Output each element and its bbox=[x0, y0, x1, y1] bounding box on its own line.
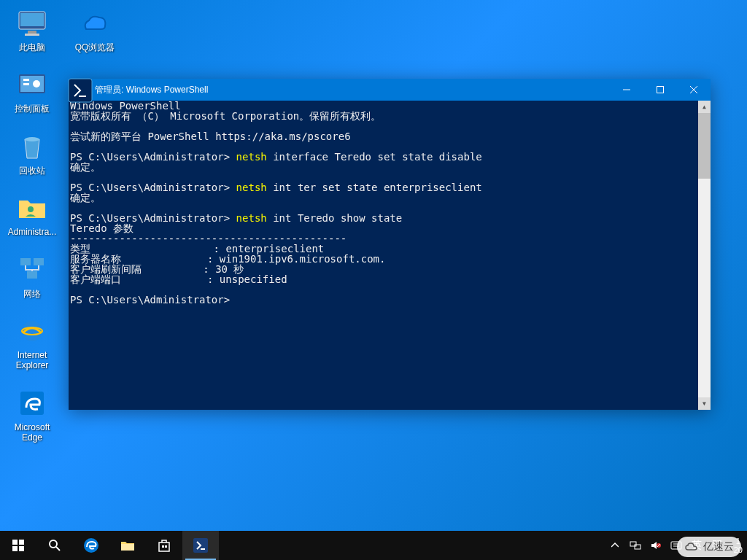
svg-rect-6 bbox=[23, 79, 29, 81]
desktop-icon-internet-explorer[interactable]: Internet Explorer bbox=[3, 311, 61, 374]
powershell-icon bbox=[193, 537, 209, 553]
svg-rect-39 bbox=[635, 545, 640, 549]
taskbar: 英 羿 1 20 bbox=[0, 531, 747, 560]
desktop-icon-this-pc[interactable]: 此电脑 bbox=[3, 3, 61, 55]
ps-prompt: PS C:\Users\Administrator> bbox=[70, 294, 230, 306]
file-explorer-icon bbox=[120, 537, 136, 553]
svg-rect-11 bbox=[20, 258, 31, 265]
svg-rect-34 bbox=[162, 545, 164, 548]
cmd-keyword: netsh bbox=[236, 182, 267, 193]
scroll-track[interactable] bbox=[698, 113, 711, 397]
desktop-icon-label: 此电脑 bbox=[19, 42, 45, 52]
start-button[interactable] bbox=[0, 531, 36, 560]
svg-rect-12 bbox=[34, 258, 44, 265]
terminal-body[interactable]: Windows PowerShell 宽带版权所有 （C） Microsoft … bbox=[69, 101, 711, 410]
svg-point-9 bbox=[25, 137, 39, 141]
desktop-icon-label: 网络 bbox=[23, 289, 41, 299]
svg-rect-26 bbox=[19, 540, 24, 545]
svg-rect-1 bbox=[20, 13, 44, 26]
cmd-keyword: netsh bbox=[236, 151, 267, 163]
desktop-icon-recycle-bin[interactable]: 回收站 bbox=[3, 126, 61, 179]
desktop-icon-label: QQ浏览器 bbox=[75, 42, 115, 52]
titlebar[interactable]: 管理员: Windows PowerShell bbox=[69, 79, 711, 101]
close-button[interactable] bbox=[677, 79, 711, 101]
taskbar-store[interactable] bbox=[146, 531, 182, 560]
desktop-icon-control-panel[interactable]: 控制面板 bbox=[3, 64, 61, 117]
svg-rect-2 bbox=[28, 31, 36, 34]
powershell-window: 管理员: Windows PowerShell Windows PowerShe… bbox=[69, 79, 711, 410]
svg-rect-38 bbox=[630, 542, 636, 546]
cmd-args: int Teredo show state bbox=[267, 212, 402, 224]
cmd-args: int ter set state enterpriseclient bbox=[267, 182, 482, 193]
edge-icon bbox=[82, 537, 100, 554]
minimize-button[interactable] bbox=[610, 79, 643, 101]
tray-volume-icon[interactable] bbox=[648, 531, 664, 560]
tray-network-icon[interactable] bbox=[627, 531, 643, 560]
search-icon bbox=[48, 539, 61, 552]
scroll-up-button[interactable]: ▲ bbox=[698, 101, 711, 113]
svg-rect-27 bbox=[12, 546, 18, 551]
powershell-app-icon bbox=[67, 77, 93, 104]
desktop-icon-label: Internet Explorer bbox=[3, 350, 61, 371]
svg-rect-13 bbox=[27, 271, 37, 279]
svg-point-10 bbox=[28, 206, 34, 212]
maximize-button[interactable] bbox=[643, 79, 677, 101]
taskbar-file-explorer[interactable] bbox=[109, 531, 146, 560]
svg-rect-32 bbox=[121, 544, 134, 551]
watermark-text: 亿速云 bbox=[703, 540, 734, 553]
cmd-output: 确定。 bbox=[70, 192, 101, 203]
recycle-bin-icon bbox=[15, 129, 50, 164]
svg-line-30 bbox=[56, 547, 60, 551]
control-panel-icon bbox=[15, 67, 50, 102]
svg-rect-3 bbox=[25, 34, 39, 36]
teredo-val: : unspecified bbox=[207, 273, 287, 285]
edge-icon bbox=[15, 386, 50, 421]
scroll-thumb[interactable] bbox=[698, 113, 711, 179]
ps-copyright: 宽带版权所有 （C） Microsoft Corporation。保留所有权利。 bbox=[70, 110, 381, 122]
desktop-icon-qq-browser[interactable]: QQ浏览器 bbox=[66, 3, 124, 55]
desktop-icon-edge[interactable]: Microsoft Edge bbox=[3, 383, 61, 446]
desktop-icon-network[interactable]: 网络 bbox=[3, 249, 61, 302]
cmd-output: 确定。 bbox=[70, 161, 101, 173]
desktop-icon-label: Microsoft Edge bbox=[3, 422, 61, 443]
taskbar-edge[interactable] bbox=[73, 531, 109, 560]
window-title: 管理员: Windows PowerShell bbox=[95, 84, 610, 96]
svg-point-8 bbox=[33, 80, 40, 88]
terminal-scrollbar[interactable]: ▲ ▼ bbox=[698, 101, 711, 410]
ps-tip: 尝试新的跨平台 PowerShell https://aka.ms/pscore… bbox=[70, 131, 351, 142]
pc-icon bbox=[15, 6, 50, 41]
watermark: 亿速云 bbox=[677, 537, 741, 557]
qq-browser-icon bbox=[77, 6, 112, 41]
svg-rect-35 bbox=[165, 545, 167, 548]
windows-logo-icon bbox=[12, 540, 24, 551]
desktop-icon-label: Administra... bbox=[8, 227, 57, 237]
network-icon bbox=[15, 252, 50, 287]
cmd-args: interface Teredo set state disable bbox=[267, 151, 482, 163]
taskbar-powershell[interactable] bbox=[182, 531, 219, 560]
desktop-icon-label: 控制面板 bbox=[15, 104, 50, 114]
search-button[interactable] bbox=[36, 531, 73, 560]
svg-rect-25 bbox=[12, 540, 18, 545]
tray-overflow[interactable] bbox=[607, 531, 623, 560]
desktop-icon-label: 回收站 bbox=[19, 166, 45, 176]
ie-icon bbox=[15, 314, 50, 349]
svg-rect-22 bbox=[657, 87, 664, 93]
cmd-keyword: netsh bbox=[236, 212, 267, 224]
cloud-icon bbox=[684, 540, 699, 554]
scroll-down-button[interactable]: ▼ bbox=[698, 397, 711, 410]
teredo-key: 客户端端口 bbox=[70, 273, 121, 285]
folder-user-icon bbox=[15, 190, 50, 225]
desktop-icon-administrator[interactable]: Administra... bbox=[3, 187, 61, 240]
svg-rect-7 bbox=[23, 83, 29, 85]
svg-point-29 bbox=[50, 540, 57, 548]
svg-rect-28 bbox=[19, 546, 24, 551]
store-icon bbox=[157, 538, 171, 553]
